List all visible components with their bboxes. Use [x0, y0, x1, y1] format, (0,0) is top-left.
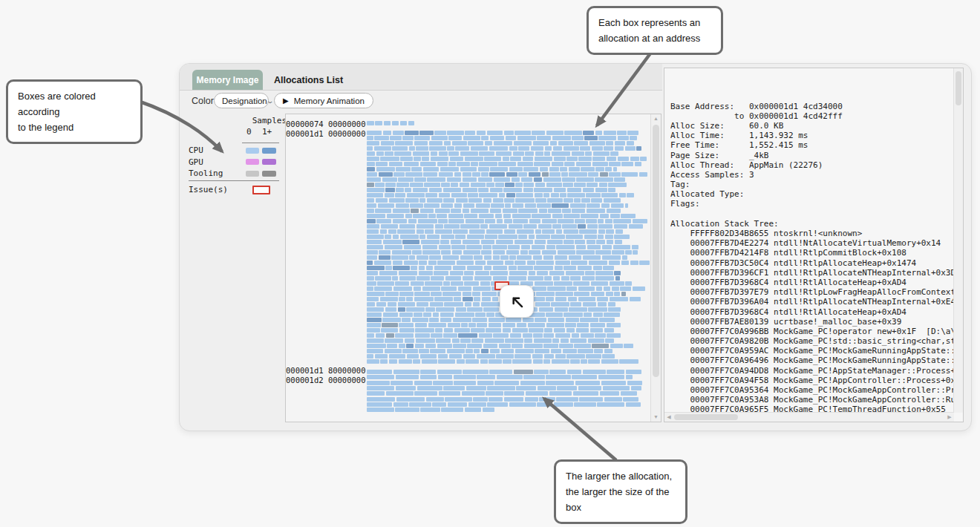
legend-swatch-one-plus-samples: [262, 159, 276, 165]
legend-swatch-one-plus-samples: [262, 171, 276, 177]
details-line: 00007FFB7D3C50C4 ntdll!RtlpAllocateHeap+…: [670, 258, 953, 268]
scroll-up-icon[interactable]: ▲: [651, 114, 661, 123]
color-label: Color: [192, 96, 214, 106]
legend-row: GPU: [189, 157, 279, 168]
legend-col-zero: 0: [246, 127, 252, 137]
details-vertical-scrollbar[interactable]: [953, 68, 963, 413]
details-line: 00007FF7C0A965F5 MockGame_PC!TempThreadF…: [670, 405, 953, 412]
address-label: 000001d2 00000000: [286, 376, 363, 384]
cursor-icon: [500, 285, 534, 318]
details-line: 00007FFB7D396A04 ntdll!RtlpAllocateNTHea…: [670, 297, 953, 307]
legend-col-one-plus: 1+: [262, 127, 272, 137]
details-line: 00007FF7C0A959AC MockGame_PC!MockGameRun…: [670, 346, 953, 356]
details-line: Page Size: _4kB: [670, 151, 953, 160]
address-label: 000001d1 80000000: [286, 366, 363, 375]
details-line: 00007FFB7D3968C4 ntdll!RtlAllocateHeap+0…: [670, 278, 953, 287]
details-line: 00007FF7C0A96496 MockGame_PC!MockGameRun…: [670, 356, 953, 365]
tab-allocations-list[interactable]: Allocations List: [274, 70, 343, 90]
scroll-right-icon[interactable]: ▶: [945, 413, 954, 422]
allocation-details-panel: Base Address: 0x000001d1 4cd34000 to 0x0…: [664, 68, 964, 422]
details-line: 00007FFB7D397E79 ntdll!RtlpLowFragHeapAl…: [670, 287, 953, 297]
details-line: Alloc Thread: AppMain (22276): [670, 160, 953, 170]
memory-scrollbar-thumb[interactable]: [653, 125, 659, 377]
memory-panel-scrollbar[interactable]: ▲ ▼: [650, 114, 661, 422]
memory-animation-label: Memory Animation: [294, 96, 365, 105]
details-line: 00007FF7C0A95364 MockGame_PC!MockGameApp…: [670, 385, 953, 395]
memory-profiler-window: Memory Image Allocations List Color Desi…: [179, 63, 972, 431]
legend-swatch-one-plus-samples: [262, 148, 276, 154]
details-line: Tag:: [670, 180, 953, 189]
color-select-value: Designation: [222, 96, 267, 105]
details-line: Base Address: 0x000001d1 4cd34000: [670, 102, 953, 111]
legend-swatch-zero-samples: [246, 171, 260, 177]
details-line: Flags:: [670, 199, 953, 209]
details-line: [670, 209, 953, 219]
callout-legend-colors: Boxes are colored accordingto the legend: [6, 79, 143, 144]
details-line: FFFFF802D34B8655 ntoskrnl!<unknown>: [670, 229, 953, 238]
details-line: 00007FFB7AE80139 ucrtbase!_malloc_base+0…: [670, 317, 953, 327]
legend-samples-header: Samples: [242, 116, 287, 125]
tab-bar: Memory Image Allocations List: [180, 64, 662, 91]
legend-issue-swatch: [252, 186, 270, 194]
callout-allocation-size: The larger the allocation,the larger the…: [554, 459, 687, 524]
details-line: Allocated Type:: [670, 189, 953, 199]
details-horizontal-scrollbar[interactable]: ◀ ▶: [664, 412, 954, 422]
legend-row: CPU: [189, 145, 279, 157]
legend-swatch-zero-samples: [246, 159, 260, 165]
memory-image-panel[interactable]: 00000074 00000000 000001d1 00000000 0000…: [285, 114, 662, 422]
legend-row: Tooling: [189, 168, 279, 180]
details-line: 00007FF7C0A996BB MockGame_PC!operator ne…: [670, 327, 953, 336]
legend-row-label: Tooling: [189, 168, 246, 178]
address-label: 00000074 00000000: [286, 120, 363, 128]
details-hscrollbar-thumb[interactable]: [674, 414, 738, 420]
legend-row-label: CPU: [189, 145, 246, 155]
legend-rows: CPU GPU Tooling: [189, 145, 279, 180]
details-line: Alloc Size: 60.0 KB: [670, 121, 953, 131]
details-line: 00007FFB7D4214F8 ntdll!RtlpCommitBlock+0…: [670, 248, 953, 258]
details-line: Allocation Stack Tree:: [670, 219, 953, 229]
legend-divider: [242, 143, 279, 143]
callout-box-representation: Each box represents anallocation at an a…: [587, 6, 723, 55]
details-line: 00007FFB7D4E2274 ntdll!NtAllocateVirtual…: [670, 238, 953, 248]
details-line: 00007FF7C0A94DD8 MockGame_PC!AppStateMan…: [670, 366, 953, 376]
scroll-down-icon[interactable]: ▼: [651, 413, 661, 422]
details-line: Access Samples: 3: [670, 170, 953, 180]
toolbar: Color Designation ⌄ ▶ Memory Animation: [180, 91, 662, 113]
details-line: to 0x000001d1 4cd42fff: [670, 111, 953, 121]
details-vscrollbar-thumb[interactable]: [956, 71, 961, 105]
memory-animation-button[interactable]: ▶ Memory Animation: [274, 93, 373, 108]
legend-divider-2: [189, 180, 279, 181]
legend-swatch-zero-samples: [246, 148, 260, 154]
tab-memory-image[interactable]: Memory Image: [192, 70, 263, 90]
scroll-left-icon[interactable]: ◀: [664, 413, 673, 422]
address-label: 000001d1 00000000: [286, 129, 363, 138]
page: Each box represents anallocation at an a…: [0, 0, 980, 527]
details-line: Alloc Time: 1,143.932 ms: [670, 131, 953, 140]
details-line: Free Time: 1,552.415 ms: [670, 140, 953, 150]
allocation-grid[interactable]: [367, 114, 652, 422]
details-line: 00007FFB7D3968C4 ntdll!RtlAllocateHeap+0…: [670, 307, 953, 317]
details-line: 00007FF7C0A9820B MockGame_PC!std::basic_…: [670, 336, 953, 346]
details-line: 00007FF7C0A953A8 MockGame_PC!MockGameApp…: [670, 395, 953, 405]
legend-row-label: GPU: [189, 157, 246, 167]
legend-issues-label: Issue(s): [189, 185, 246, 194]
details-line: 00007FF7C0A94F58 MockGame_PC!AppControll…: [670, 376, 953, 385]
color-designation-select[interactable]: Designation ⌄: [214, 93, 269, 108]
details-line: 00007FFB7D396CF1 ntdll!RtlpAllocateNTHea…: [670, 268, 953, 278]
chevron-down-icon: ⌄: [266, 97, 274, 105]
play-icon: ▶: [283, 97, 289, 105]
allocation-details-text: Base Address: 0x000001d1 4cd34000 to 0x0…: [670, 72, 953, 412]
